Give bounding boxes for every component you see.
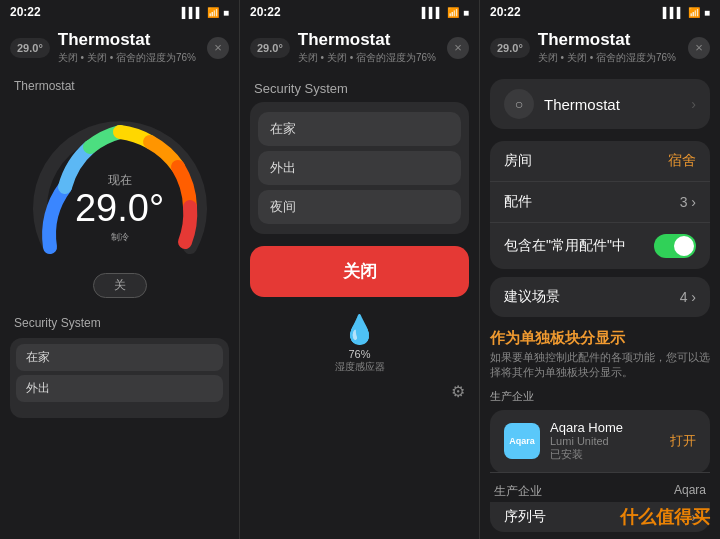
scenes-row[interactable]: 建议场景 4 › <box>490 277 710 317</box>
manufacturer-row: Aqara Aqara Home Lumi United 已安装 打开 <box>490 410 710 473</box>
serial-label: 序列号 <box>504 508 546 526</box>
single-block-title: 作为单独板块分显示 <box>480 321 720 350</box>
device-card[interactable]: ○ Thermostat › <box>490 79 710 129</box>
humidity-sublabel: 湿度感应器 <box>335 360 385 374</box>
temp-badge-3: 29.0° <box>490 38 530 58</box>
manufacturer-section-label: 生产企业 <box>480 387 720 406</box>
bottom-info-row: 生产企业 Aqara <box>480 477 720 502</box>
header-title-3: Thermostat <box>538 30 680 50</box>
accessories-label: 配件 <box>504 193 532 211</box>
status-bar-1: 20:22 ▌▌▌ 📶 ■ <box>0 0 239 22</box>
status-bar-2: 20:22 ▌▌▌ 📶 ■ <box>240 0 479 22</box>
security-section-1: Security System 在家 外出 <box>0 312 239 418</box>
open-button[interactable]: 打开 <box>670 432 696 450</box>
status-bar-3: 20:22 ▌▌▌ 📶 ■ <box>480 0 720 22</box>
panel-2: 20:22 ▌▌▌ 📶 ■ 29.0° Thermostat 关闭 • 关闭 •… <box>240 0 480 539</box>
header-title-1: Thermostat <box>58 30 199 50</box>
scenes-label: 建议场景 <box>504 288 560 306</box>
manufacturer-sub1: Lumi United <box>550 435 660 447</box>
settings-icon[interactable]: ⚙ <box>451 382 465 401</box>
single-block-desc: 如果要单独控制此配件的各项功能，您可以选择将其作为单独板块分显示。 <box>480 350 720 387</box>
wifi-icon: 📶 <box>207 7 219 18</box>
app-header-2: 29.0° Thermostat 关闭 • 关闭 • 宿舍的湿度为76% × <box>240 22 479 71</box>
battery-icon-2: ■ <box>463 7 469 18</box>
thermostat-gauge: 现在 29.0° 制冷 关 <box>0 97 239 304</box>
gauge-off-button[interactable]: 关 <box>93 273 147 298</box>
bottom-section-label: 生产企业 <box>494 483 542 500</box>
device-name: Thermostat <box>544 96 681 113</box>
device-icon: ○ <box>504 89 534 119</box>
aqara-logo: Aqara <box>504 423 540 459</box>
close-button-2[interactable]: × <box>447 37 469 59</box>
accessories-row[interactable]: 配件 3 › <box>490 182 710 223</box>
panel-1: 20:22 ▌▌▌ 📶 ■ 29.0° Thermostat 关闭 • 关闭 •… <box>0 0 240 539</box>
common-row: 包含在"常用配件"中 <box>490 223 710 269</box>
sec-item-home[interactable]: 在家 <box>16 344 223 371</box>
info-card: 房间 宿舍 配件 3 › 包含在"常用配件"中 <box>490 141 710 269</box>
header-sub-1: 关闭 • 关闭 • 宿舍的湿度为76% <box>58 51 199 65</box>
header-title-2: Thermostat <box>298 30 439 50</box>
room-label: 房间 <box>504 152 532 170</box>
time-2: 20:22 <box>250 5 281 19</box>
manufacturer-info: Aqara Home Lumi United 已安装 <box>550 420 660 462</box>
wifi-icon-2: 📶 <box>447 7 459 18</box>
security-card-2: 在家 外出 夜间 <box>250 102 469 234</box>
battery-icon: ■ <box>223 7 229 18</box>
scenes-card: 建议场景 4 › <box>490 277 710 317</box>
gauge-temp-value: 29.0° <box>75 189 164 227</box>
humidity-drop-icon: 💧 <box>342 313 377 346</box>
sec-item-home-2[interactable]: 在家 <box>258 112 461 146</box>
wifi-icon-3: 📶 <box>688 7 700 18</box>
status-icons-1: ▌▌▌ 📶 ■ <box>182 7 229 18</box>
sec-item-night-2[interactable]: 夜间 <box>258 190 461 224</box>
room-value: 宿舍 <box>668 152 696 170</box>
app-header-1: 29.0° Thermostat 关闭 • 关闭 • 宿舍的湿度为76% × <box>0 22 239 71</box>
manufacturer-card: Aqara Aqara Home Lumi United 已安装 打开 <box>490 410 710 473</box>
signal-icon-3: ▌▌▌ <box>663 7 684 18</box>
thermostat-section-label: Thermostat <box>0 71 239 97</box>
signal-icon-2: ▌▌▌ <box>422 7 443 18</box>
close-button-1[interactable]: × <box>207 37 229 59</box>
target-label: 制冷 <box>75 231 164 244</box>
accessories-value: 3 › <box>680 194 696 210</box>
humidity-percent: 76% <box>348 348 370 360</box>
sec-item-away-2[interactable]: 外出 <box>258 151 461 185</box>
sec-item-away[interactable]: 外出 <box>16 375 223 402</box>
room-row[interactable]: 房间 宿舍 <box>490 141 710 182</box>
time-3: 20:22 <box>490 5 521 19</box>
app-header-3: 29.0° Thermostat 关闭 • 关闭 • 宿舍的湿度为76% × <box>480 22 720 71</box>
close-button-3[interactable]: × <box>688 37 710 59</box>
temp-badge-2: 29.0° <box>250 38 290 58</box>
signal-icon: ▌▌▌ <box>182 7 203 18</box>
status-icons-2: ▌▌▌ 📶 ■ <box>422 7 469 18</box>
settings-row: ⚙ <box>240 374 479 401</box>
common-label: 包含在"常用配件"中 <box>504 237 626 255</box>
status-icons-3: ▌▌▌ 📶 ■ <box>663 7 710 18</box>
device-chevron-icon: › <box>691 96 696 112</box>
header-sub-3: 关闭 • 关闭 • 宿舍的湿度为76% <box>538 51 680 65</box>
temp-badge-1: 29.0° <box>10 38 50 58</box>
security-label-1: Security System <box>0 312 239 334</box>
close-red-button[interactable]: 关闭 <box>250 246 469 297</box>
humidity-row: 💧 76% 湿度感应器 <box>240 313 479 374</box>
security-mini-card: 在家 外出 <box>10 338 229 418</box>
header-info-3: Thermostat 关闭 • 关闭 • 宿舍的湿度为76% <box>538 30 680 65</box>
manufacturer-sub2: 已安装 <box>550 447 660 462</box>
header-sub-2: 关闭 • 关闭 • 宿舍的湿度为76% <box>298 51 439 65</box>
battery-icon-3: ■ <box>704 7 710 18</box>
scenes-value: 4 › <box>680 289 696 305</box>
p2-security-label: Security System <box>240 71 479 102</box>
gauge-center: 现在 29.0° 制冷 <box>75 172 164 244</box>
time-1: 20:22 <box>10 5 41 19</box>
header-info-2: Thermostat 关闭 • 关闭 • 宿舍的湿度为76% <box>298 30 439 65</box>
bottom-value-label: Aqara <box>674 483 706 500</box>
panel-3: 20:22 ▌▌▌ 📶 ■ 29.0° Thermostat 关闭 • 关闭 •… <box>480 0 720 539</box>
manufacturer-name: Aqara Home <box>550 420 660 435</box>
watermark: 什么值得买 <box>620 505 710 529</box>
common-toggle[interactable] <box>654 234 696 258</box>
header-info-1: Thermostat 关闭 • 关闭 • 宿舍的湿度为76% <box>58 30 199 65</box>
